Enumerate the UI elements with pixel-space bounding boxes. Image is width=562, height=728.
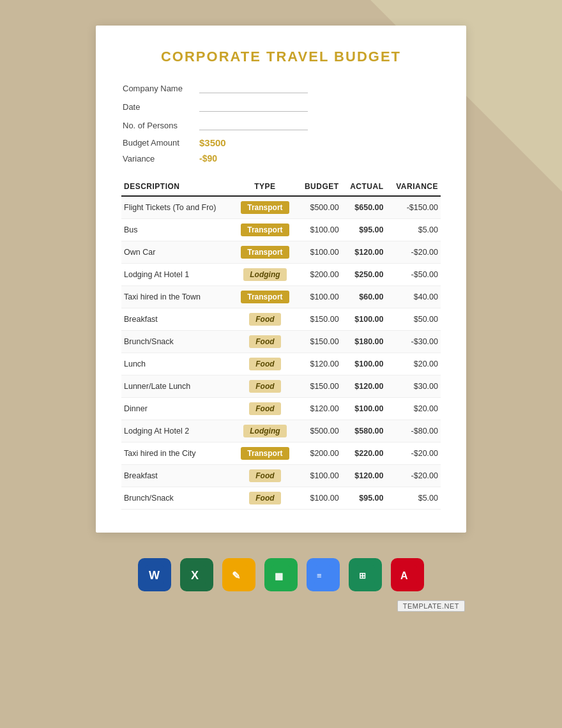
gdocs-icon[interactable]: ≡	[307, 558, 340, 591]
document-title: CORPORATE TRAVEL BUDGET	[121, 49, 441, 65]
cell-budget: $100.00	[296, 286, 341, 308]
cell-actual: $180.00	[342, 331, 386, 353]
cell-variance: $40.00	[386, 286, 441, 308]
cell-actual: $60.00	[342, 286, 386, 308]
col-description: DESCRIPTION	[121, 178, 234, 196]
cell-budget: $100.00	[296, 241, 341, 264]
cell-variance: $30.00	[386, 375, 441, 398]
svg-text:✎: ✎	[232, 570, 240, 581]
cell-budget: $200.00	[296, 264, 341, 286]
table-row: Taxi hired in the CityTransport$200.00$2…	[121, 443, 441, 465]
cell-description: Brunch/Snack	[121, 487, 234, 510]
cell-budget: $120.00	[296, 353, 341, 375]
type-badge: Lodging	[243, 268, 286, 281]
cell-description: Dinner	[121, 398, 234, 420]
svg-text:⊞: ⊞	[359, 571, 366, 580]
company-name-label: Company Name	[121, 79, 198, 98]
table-row: Brunch/SnackFood$150.00$180.00-$30.00	[121, 331, 441, 353]
cell-actual: $100.00	[342, 398, 386, 420]
table-row: BusTransport$100.00$95.00$5.00	[121, 219, 441, 241]
budget-label: Budget Amount	[121, 135, 198, 151]
cell-description: Lodging At Hotel 2	[121, 420, 234, 443]
variance-label: Variance	[121, 151, 198, 166]
cell-actual: $95.00	[342, 487, 386, 510]
svg-text:A: A	[400, 570, 408, 581]
type-badge: Food	[249, 380, 280, 393]
cell-type: Food	[234, 331, 296, 353]
table-row: BreakfastFood$100.00$120.00-$20.00	[121, 465, 441, 487]
cell-budget: $100.00	[296, 487, 341, 510]
table-row: Brunch/SnackFood$100.00$95.00$5.00	[121, 487, 441, 510]
type-badge: Transport	[241, 224, 289, 236]
info-table: Company Name Date No. of Persons Budget …	[121, 79, 441, 166]
cell-description: Taxi hired in the City	[121, 443, 234, 465]
date-field[interactable]	[199, 100, 308, 112]
cell-variance: $5.00	[386, 219, 441, 241]
cell-description: Bus	[121, 219, 234, 241]
type-badge: Food	[249, 335, 280, 348]
type-badge: Lodging	[243, 425, 286, 437]
type-badge: Food	[249, 358, 280, 370]
watermark-text: TEMPLATE.NET	[397, 600, 465, 612]
cell-type: Food	[234, 398, 296, 420]
svg-text:X: X	[191, 569, 199, 582]
table-row: LunchFood$120.00$100.00$20.00	[121, 353, 441, 375]
cell-actual: $580.00	[342, 420, 386, 443]
gsheets-icon[interactable]: ⊞	[349, 558, 382, 591]
cell-actual: $120.00	[342, 241, 386, 264]
cell-variance: -$30.00	[386, 331, 441, 353]
word-icon[interactable]: W	[138, 558, 171, 591]
page-wrapper: CORPORATE TRAVEL BUDGET Company Name Dat…	[0, 26, 562, 612]
cell-description: Own Car	[121, 241, 234, 264]
numbers-icon[interactable]: ▦	[264, 558, 298, 591]
table-row: BreakfastFood$150.00$100.00$50.00	[121, 308, 441, 331]
table-row: Taxi hired in the TownTransport$100.00$6…	[121, 286, 441, 308]
table-row: Lunner/Late LunchFood$150.00$120.00$30.0…	[121, 375, 441, 398]
type-badge: Transport	[241, 246, 289, 259]
cell-type: Food	[234, 487, 296, 510]
type-badge: Food	[249, 469, 280, 482]
col-budget: BUDGET	[296, 178, 341, 196]
table-row: DinnerFood$120.00$100.00$20.00	[121, 398, 441, 420]
document: CORPORATE TRAVEL BUDGET Company Name Dat…	[96, 26, 466, 533]
cell-type: Lodging	[234, 264, 296, 286]
type-badge: Food	[249, 402, 280, 415]
company-name-field[interactable]	[199, 82, 308, 93]
svg-text:▦: ▦	[275, 571, 283, 581]
cell-description: Lunner/Late Lunch	[121, 375, 234, 398]
cell-budget: $500.00	[296, 420, 341, 443]
table-row: Own CarTransport$100.00$120.00-$20.00	[121, 241, 441, 264]
budget-table: DESCRIPTION TYPE BUDGET ACTUAL VARIANCE …	[121, 178, 441, 510]
pages-icon[interactable]: ✎	[222, 558, 255, 591]
table-row: Flight Tickets (To and Fro)Transport$500…	[121, 196, 441, 219]
cell-description: Lodging At Hotel 1	[121, 264, 234, 286]
cell-variance: $20.00	[386, 353, 441, 375]
cell-variance: -$50.00	[386, 264, 441, 286]
cell-variance: $5.00	[386, 487, 441, 510]
cell-budget: $150.00	[296, 331, 341, 353]
cell-description: Breakfast	[121, 308, 234, 331]
variance-value: -$90	[199, 153, 217, 163]
cell-budget: $100.00	[296, 219, 341, 241]
date-label: Date	[121, 98, 198, 116]
cell-description: Lunch	[121, 353, 234, 375]
cell-description: Brunch/Snack	[121, 331, 234, 353]
col-variance: VARIANCE	[386, 178, 441, 196]
cell-type: Transport	[234, 286, 296, 308]
cell-variance: -$20.00	[386, 443, 441, 465]
persons-field[interactable]	[199, 119, 308, 130]
svg-text:W: W	[149, 569, 160, 582]
table-row: Lodging At Hotel 2Lodging$500.00$580.00-…	[121, 420, 441, 443]
cell-budget: $150.00	[296, 308, 341, 331]
pdf-icon[interactable]: A	[391, 558, 424, 591]
cell-description: Taxi hired in the Town	[121, 286, 234, 308]
cell-actual: $650.00	[342, 196, 386, 219]
cell-actual: $95.00	[342, 219, 386, 241]
cell-actual: $250.00	[342, 264, 386, 286]
cell-type: Food	[234, 308, 296, 331]
col-actual: ACTUAL	[342, 178, 386, 196]
cell-type: Food	[234, 465, 296, 487]
excel-icon[interactable]: X	[180, 558, 213, 591]
table-row: Lodging At Hotel 1Lodging$200.00$250.00-…	[121, 264, 441, 286]
app-icons-row: W X ✎ ▦ ≡ ⊞ A	[138, 558, 424, 591]
